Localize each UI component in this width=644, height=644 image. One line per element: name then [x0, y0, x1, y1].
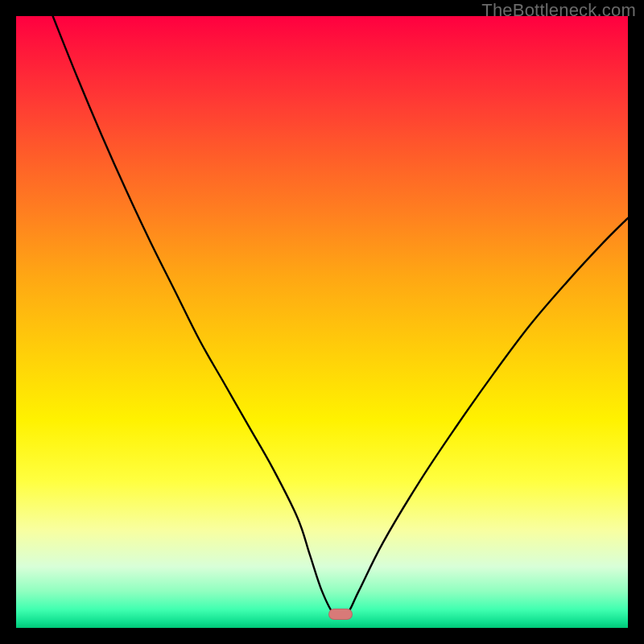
- chart-frame: TheBottleneck.com: [0, 0, 644, 644]
- watermark-text: TheBottleneck.com: [481, 0, 636, 21]
- bottleneck-curve: [16, 16, 628, 628]
- plot-area: [16, 16, 628, 628]
- optimal-point-marker: [328, 609, 353, 620]
